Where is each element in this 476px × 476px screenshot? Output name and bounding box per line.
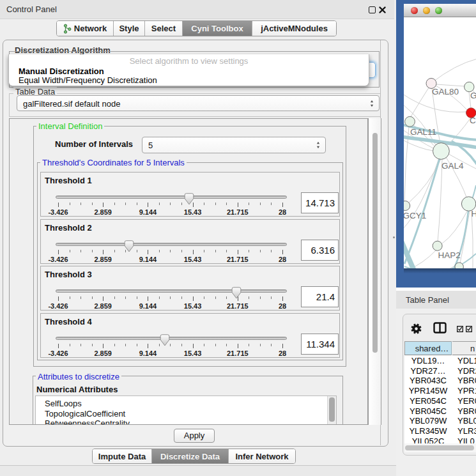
svg-text:GA: GA	[470, 91, 476, 100]
svg-text:H: H	[472, 209, 476, 219]
svg-text:GAL4: GAL4	[441, 161, 464, 171]
svg-text:GAL80: GAL80	[432, 87, 459, 96]
svg-text:HAP2: HAP2	[438, 250, 461, 260]
svg-text:GAL11: GAL11	[410, 127, 436, 137]
svg-text:GCY1: GCY1	[404, 211, 426, 220]
svg-text:C: C	[470, 116, 476, 125]
